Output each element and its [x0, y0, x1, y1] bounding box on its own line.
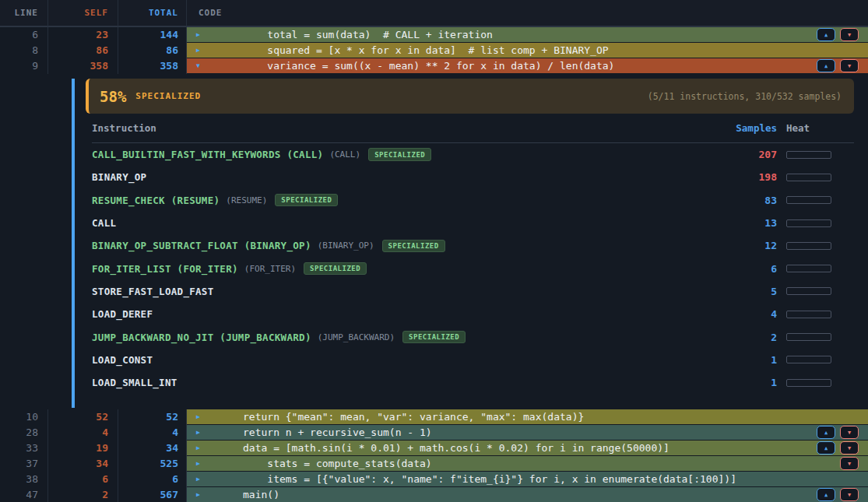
self-samples-value: 86	[48, 43, 118, 58]
jump-down-button[interactable]: ▼	[840, 441, 859, 455]
code-cell[interactable]: ▶ items = [{"value": x, "name": f"item_{…	[187, 472, 868, 486]
instruction-base-name: (BINARY_OP)	[318, 240, 374, 251]
jump-down-button[interactable]: ▼	[840, 59, 859, 72]
line-number: 9	[0, 58, 48, 74]
expand-toggle-icon[interactable]: ▶	[196, 456, 200, 471]
code-cell[interactable]: ▶ squared = [x * x for x in data] # list…	[187, 43, 868, 58]
instruction-samples-value: 12	[715, 240, 777, 251]
instruction-samples-value: 1	[715, 354, 777, 366]
line-number: 47	[0, 487, 48, 502]
instruction-name: BINARY_OP_SUBTRACT_FLOAT (BINARY_OP)	[92, 240, 311, 251]
instruction-sample-summary: (5/11 instructions, 310/532 samples)	[648, 91, 842, 102]
expand-toggle-icon[interactable]: ▶	[196, 487, 200, 502]
heat-bar	[786, 287, 831, 295]
code-text: data = [math.sin(i * 0.01) + math.cos(i …	[187, 441, 669, 455]
profiler-view: LINE SELF TOTAL CODE 6 23 144 ▶ total = …	[0, 0, 868, 502]
code-text: stats = compute_stats(data)	[187, 456, 432, 471]
instruction-row: LOAD_CONST 1	[92, 349, 854, 371]
row-navigation-buttons: ▲ ▼	[817, 488, 859, 501]
jump-up-button[interactable]: ▲	[817, 441, 835, 455]
instruction-base-name: (JUMP_BACKWARD)	[318, 332, 395, 342]
self-samples-value: 52	[48, 409, 118, 425]
instruction-row: LOAD_SMALL_INT 1	[92, 371, 854, 394]
instruction-table: Instruction Samples Heat CALL_BUILTIN_FA…	[92, 114, 854, 394]
instruction-row: BINARY_OP 198	[92, 166, 854, 188]
code-text: squared = [x * x for x in data] # list c…	[187, 43, 609, 58]
code-cell[interactable]: ▶ data = [math.sin(i * 0.01) + math.cos(…	[187, 441, 868, 455]
code-cell[interactable]: ▶ return {"mean": mean, "var": variance,…	[187, 409, 868, 424]
instruction-rows: CALL_BUILTIN_FAST_WITH_KEYWORDS (CALL) (…	[92, 143, 854, 394]
instruction-samples-value: 198	[715, 171, 777, 183]
instruction-samples-value: 5	[715, 286, 777, 297]
specialized-banner: 58% SPECIALIZED (5/11 instructions, 310/…	[86, 79, 854, 114]
line-number: 33	[0, 441, 48, 456]
line-number: 10	[0, 409, 48, 425]
heat-bar	[786, 379, 831, 387]
instruction-name-group: FOR_ITER_LIST (FOR_ITER) (FOR_ITER) SPEC…	[92, 262, 715, 276]
samples-column-header: Samples	[715, 122, 777, 134]
heat-bar	[786, 242, 831, 250]
instruction-name-group: RESUME_CHECK (RESUME) (RESUME) SPECIALIZ…	[92, 194, 715, 207]
jump-down-button[interactable]: ▼	[840, 426, 859, 439]
expand-toggle-icon[interactable]: ▶	[196, 425, 200, 440]
heat-bar	[786, 174, 831, 181]
expand-toggle-icon[interactable]: ▶	[196, 472, 200, 486]
jump-down-button[interactable]: ▼	[840, 28, 859, 41]
code-cell[interactable]: ▶ return n + recursive_sum(n - 1) ▲ ▼	[187, 425, 868, 440]
table-row: 47 2 567 ▶ main() ▲ ▼	[0, 487, 868, 502]
self-samples-value: 2	[48, 487, 118, 502]
heat-bar	[786, 356, 831, 363]
instruction-name-group: JUMP_BACKWARD_NO_JIT (JUMP_BACKWARD) (JU…	[92, 331, 715, 344]
expand-toggle-icon[interactable]: ▶	[196, 27, 200, 42]
code-cell[interactable]: ▶ main() ▲ ▼	[187, 487, 868, 502]
jump-down-button[interactable]: ▼	[840, 488, 859, 501]
instruction-name-group: CALL_BUILTIN_FAST_WITH_KEYWORDS (CALL) (…	[92, 148, 715, 161]
table-row: 8 86 86 ▶ squared = [x * x for x in data…	[0, 43, 868, 58]
instruction-row: CALL_BUILTIN_FAST_WITH_KEYWORDS (CALL) (…	[92, 143, 854, 166]
table-row: 33 19 34 ▶ data = [math.sin(i * 0.01) + …	[0, 441, 868, 456]
instruction-name: CALL	[92, 217, 116, 229]
code-text: items = [{"value": x, "name": f"item_{i}…	[187, 472, 736, 486]
total-samples-value: 6	[118, 472, 187, 487]
instruction-samples-value: 13	[715, 217, 777, 229]
table-row: 38 6 6 ▶ items = [{"value": x, "name": f…	[0, 472, 868, 487]
table-row: 9 358 358 ▼ variance = sum((x - mean) **…	[0, 58, 868, 74]
jump-up-button[interactable]: ▲	[817, 488, 835, 501]
instruction-base-name: (FOR_ITER)	[244, 264, 296, 274]
jump-down-button[interactable]: ▼	[840, 457, 859, 470]
specialized-badge: SPECIALIZED	[402, 331, 466, 344]
code-text: return n + recursive_sum(n - 1)	[187, 425, 432, 440]
instruction-name: LOAD_DEREF	[92, 308, 153, 320]
instruction-column-header: Instruction	[92, 122, 715, 134]
expand-toggle-icon[interactable]: ▼	[196, 58, 200, 73]
total-samples-value: 358	[118, 58, 187, 74]
heat-bar	[786, 265, 831, 272]
instruction-samples-value: 2	[715, 332, 777, 343]
jump-up-button[interactable]: ▲	[817, 28, 835, 41]
column-header-code: CODE	[187, 8, 868, 18]
instruction-row: RESUME_CHECK (RESUME) (RESUME) SPECIALIZ…	[92, 189, 854, 212]
heat-bar	[786, 196, 831, 204]
expand-toggle-icon[interactable]: ▶	[196, 441, 200, 455]
self-samples-value: 4	[48, 425, 118, 441]
table-row: 37 34 525 ▶ stats = compute_stats(data) …	[0, 456, 868, 472]
code-cell[interactable]: ▶ total = sum(data) # CALL + iteration ▲…	[187, 27, 868, 42]
specialized-badge: SPECIALIZED	[275, 194, 338, 207]
total-samples-value: 4	[118, 425, 187, 441]
heat-column-header: Heat	[786, 122, 831, 134]
self-samples-value: 6	[48, 472, 118, 487]
instruction-name: LOAD_SMALL_INT	[92, 377, 177, 388]
column-header-self: SELF	[48, 0, 118, 26]
code-text: return {"mean": mean, "var": variance, "…	[187, 409, 584, 424]
expand-toggle-icon[interactable]: ▶	[196, 409, 200, 424]
code-cell[interactable]: ▶ stats = compute_stats(data) ▲ ▼	[187, 456, 868, 471]
instruction-row: JUMP_BACKWARD_NO_JIT (JUMP_BACKWARD) (JU…	[92, 325, 854, 348]
expand-toggle-icon[interactable]: ▶	[196, 43, 200, 58]
instruction-name-group: CALL	[92, 217, 715, 229]
jump-up-button[interactable]: ▲	[817, 426, 835, 439]
instruction-samples-value: 6	[715, 263, 777, 275]
instruction-name: BINARY_OP	[92, 171, 146, 183]
code-cell[interactable]: ▼ variance = sum((x - mean) ** 2 for x i…	[187, 58, 868, 73]
jump-up-button[interactable]: ▲	[817, 59, 835, 72]
total-samples-value: 525	[118, 456, 187, 472]
